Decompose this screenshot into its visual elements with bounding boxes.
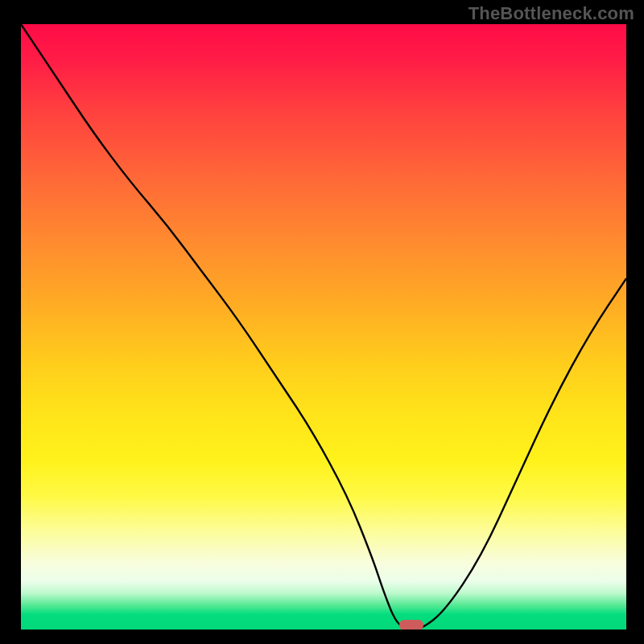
watermark-text: TheBottleneck.com — [469, 3, 634, 24]
bottleneck-curve — [21, 24, 626, 630]
chart-stage: TheBottleneck.com — [0, 0, 644, 644]
optimal-marker — [399, 620, 423, 630]
plot-area — [21, 24, 626, 630]
